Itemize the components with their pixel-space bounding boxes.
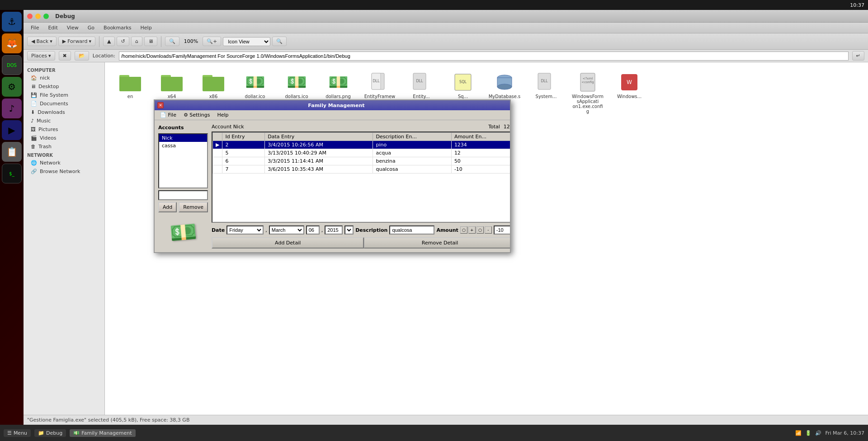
home-button[interactable]: ⌂ bbox=[131, 37, 142, 46]
remove-account-button[interactable]: Remove bbox=[179, 202, 208, 212]
remove-detail-button[interactable]: Remove Detail bbox=[364, 237, 510, 249]
close-button[interactable] bbox=[27, 14, 33, 19]
dock-icon-terminal[interactable]: $_ bbox=[2, 164, 22, 183]
sidebar-item-pictures[interactable]: 🖼 Pictures bbox=[24, 125, 104, 134]
forward-button[interactable]: ▶ Forward ▾ bbox=[58, 37, 95, 46]
location-input[interactable] bbox=[119, 52, 849, 61]
dock-icon-video[interactable]: ▶ bbox=[2, 120, 22, 140]
file-name-en: en bbox=[127, 94, 133, 99]
menu-file[interactable]: File bbox=[27, 24, 42, 32]
day-select[interactable]: Friday Monday Tuesday Wednesday Thursday… bbox=[226, 225, 264, 235]
view-selector[interactable]: Icon View List View Compact View bbox=[223, 37, 270, 46]
minimize-button[interactable] bbox=[35, 14, 41, 19]
search-button[interactable]: 🔍 bbox=[272, 37, 287, 46]
file-name-config: WindowsFormsApplicati on1.exe.config bbox=[571, 94, 604, 114]
cell-date-1: 3/4/2015 10:26:56 AM bbox=[265, 141, 373, 149]
dock-icon-anchor[interactable]: ⚓ bbox=[2, 12, 22, 32]
sidebar-desktop-label: Desktop bbox=[38, 84, 59, 89]
add-detail-button[interactable]: Add Detail bbox=[212, 237, 364, 249]
cell-amount-3: 50 bbox=[451, 157, 510, 165]
accounts-list[interactable]: Nick cassa bbox=[158, 133, 208, 188]
amount-radio1[interactable]: ○ bbox=[460, 226, 467, 234]
taskbar-debug[interactable]: 📁 Debug bbox=[34, 429, 66, 437]
new-account-input[interactable] bbox=[158, 190, 208, 200]
table-row-3[interactable]: 6 3/3/2015 11:14:41 AM benzina 50 bbox=[212, 157, 510, 165]
dialog-close-button[interactable]: ✕ bbox=[157, 102, 164, 108]
dialog-menu-settings[interactable]: ⚙ Settings bbox=[180, 111, 214, 119]
sidebar-item-browse-network[interactable]: 🔗 Browse Network bbox=[24, 167, 104, 176]
sidebar-item-videos[interactable]: 🎬 Videos bbox=[24, 134, 104, 142]
amount-radio2[interactable]: ○ bbox=[476, 226, 484, 234]
dock-icon-files[interactable]: 📋 bbox=[2, 142, 22, 162]
reload-button[interactable]: ↺ bbox=[117, 37, 129, 46]
file-item-system[interactable]: DLL System... bbox=[528, 70, 564, 116]
data-table-wrapper[interactable]: Id Entry Data Entry Description En... Am… bbox=[212, 131, 510, 223]
amount-input[interactable] bbox=[494, 225, 510, 235]
accounts-panel: Accounts Nick cassa Add Remove 💵 bbox=[158, 124, 208, 249]
accounts-buttons: Add Remove bbox=[158, 202, 208, 212]
dock-icon-settings[interactable]: ⚙ bbox=[2, 77, 22, 97]
sidebar-item-music[interactable]: ♪ Music bbox=[24, 117, 104, 125]
svg-rect-8 bbox=[203, 77, 224, 90]
sidebar-item-trash[interactable]: 🗑 Trash bbox=[24, 142, 104, 151]
file-item-exe[interactable]: W Windows... bbox=[611, 70, 647, 116]
taskbar: ☰ Menu 📁 Debug 💵 Family Management 📶 🔋 🔊… bbox=[0, 425, 868, 441]
col-amount[interactable]: Amount En... bbox=[451, 133, 510, 141]
back-button[interactable]: ◀ Back ▾ bbox=[27, 37, 57, 46]
menu-view[interactable]: View bbox=[63, 24, 82, 32]
add-account-button[interactable]: Add bbox=[158, 202, 177, 212]
year-input[interactable] bbox=[325, 225, 343, 235]
zoom-in-button[interactable]: 🔍+ bbox=[203, 37, 221, 46]
account-item-nick[interactable]: Nick bbox=[159, 134, 207, 142]
taskbar-menu[interactable]: ☰ Menu bbox=[4, 429, 31, 437]
forward-dropdown-icon: ▾ bbox=[89, 38, 91, 44]
taskbar-datetime: Fri Mar 6, 10:37 bbox=[825, 430, 864, 436]
status-bar: "Gestione Famiglia.exe" selected (405,5 … bbox=[24, 415, 868, 425]
file-name-sq: Sq... bbox=[458, 94, 468, 99]
file-item-config[interactable]: <?xml <config WindowsFormsApplicati on1.… bbox=[570, 70, 606, 116]
sidebar-item-network[interactable]: 🌐 Network bbox=[24, 159, 104, 167]
cell-id-4: 7 bbox=[222, 165, 265, 174]
amount-plus[interactable]: + bbox=[468, 226, 476, 234]
svg-text:<config: <config bbox=[581, 80, 594, 84]
year-dropdown[interactable]: ▾ bbox=[344, 225, 354, 235]
col-desc[interactable]: Description En... bbox=[373, 133, 451, 141]
table-row-1[interactable]: ▶ 2 3/4/2015 10:26:56 AM pino 1234 bbox=[212, 141, 510, 149]
menu-icon: ☰ bbox=[7, 430, 12, 436]
location-open[interactable]: 📂 bbox=[75, 51, 89, 61]
sidebar-item-desktop[interactable]: 🖥 Desktop bbox=[24, 82, 104, 91]
dock-icon-firefox[interactable]: 🦊 bbox=[2, 33, 22, 53]
sidebar-item-nick[interactable]: 🏠 nick bbox=[24, 74, 104, 82]
table-row-2[interactable]: 5 3/13/2015 10:40:29 AM acqua 12 bbox=[212, 149, 510, 157]
sidebar-pictures-label: Pictures bbox=[38, 127, 58, 132]
dock-icon-dosbox[interactable]: DOS bbox=[2, 55, 22, 75]
menu-go[interactable]: Go bbox=[84, 24, 98, 32]
dialog-menu-help[interactable]: Help bbox=[213, 111, 232, 119]
places-toggle[interactable]: Places ▾ bbox=[27, 51, 55, 61]
sidebar-item-documents[interactable]: 📄 Documents bbox=[24, 99, 104, 108]
location-icon[interactable]: ✖ bbox=[59, 51, 71, 61]
family-management-dialog[interactable]: ✕ Family Management 📄 File ⚙ Settings He… bbox=[154, 99, 511, 253]
col-id[interactable]: Id Entry bbox=[222, 133, 265, 141]
location-confirm[interactable]: ↵ bbox=[852, 51, 864, 61]
zoom-out-button[interactable]: 🔍 bbox=[165, 37, 179, 46]
computer-button[interactable]: 🖥 bbox=[144, 37, 157, 46]
dock-icon-music[interactable]: ♪ bbox=[2, 99, 22, 118]
sidebar-item-filesystem[interactable]: 💾 File System bbox=[24, 91, 104, 99]
dialog-menu-file[interactable]: 📄 File bbox=[156, 111, 180, 119]
file-item-en[interactable]: en bbox=[112, 70, 148, 116]
sidebar-item-downloads[interactable]: ⬇ Downloads bbox=[24, 108, 104, 117]
month-select[interactable]: March January February April May June Ju… bbox=[269, 225, 304, 235]
menu-bookmarks[interactable]: Bookmarks bbox=[100, 24, 135, 32]
col-date[interactable]: Data Entry bbox=[265, 133, 373, 141]
account-item-cassa[interactable]: cassa bbox=[159, 142, 207, 150]
table-row-4[interactable]: 7 3/6/2015 10:35:43 AM qualcosa -10 bbox=[212, 165, 510, 174]
amount-minus[interactable]: - bbox=[485, 226, 492, 234]
desc-input[interactable] bbox=[389, 225, 434, 235]
taskbar-family-management[interactable]: 💵 Family Management bbox=[70, 429, 135, 437]
up-button[interactable]: ▲ bbox=[103, 37, 115, 46]
maximize-button[interactable] bbox=[43, 14, 49, 19]
day-num-input[interactable] bbox=[306, 225, 320, 235]
menu-help[interactable]: Help bbox=[137, 24, 156, 32]
menu-edit[interactable]: Edit bbox=[44, 24, 61, 32]
